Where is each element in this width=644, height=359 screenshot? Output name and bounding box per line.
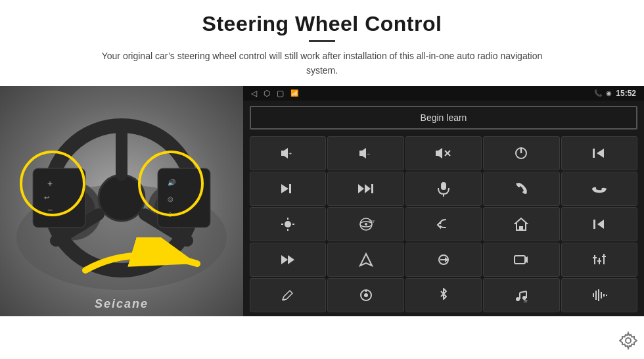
highlight-circle-left <box>20 151 85 216</box>
music-button[interactable]: BT <box>483 278 559 312</box>
svg-point-44 <box>365 223 367 226</box>
head-unit-panel: ◁ ⬡ ▢ 📶 📞 ◉ 15:52 Begin learn <box>243 86 644 316</box>
mic-icon <box>437 181 450 197</box>
svg-text:+: + <box>288 151 292 157</box>
svg-rect-47 <box>519 226 523 230</box>
svg-point-37 <box>285 221 291 227</box>
signal-icon: 📶 <box>290 89 298 97</box>
edit-button[interactable] <box>250 278 326 312</box>
mute-button[interactable] <box>405 136 482 170</box>
waveform-button[interactable] <box>561 278 637 312</box>
phone-hangup-button[interactable] <box>561 172 637 206</box>
subtitle: Your original car’s steering wheel contr… <box>92 49 552 78</box>
svg-marker-52 <box>360 254 372 266</box>
svg-marker-33 <box>365 184 371 193</box>
svg-rect-48 <box>593 220 595 229</box>
phone-status-icon: 📞 <box>594 89 602 97</box>
prev-track-icon <box>591 147 607 159</box>
edit-icon <box>281 288 295 302</box>
home-nav-icon[interactable]: ⬡ <box>264 89 270 98</box>
title-divider <box>309 40 335 42</box>
watermark: Seicane <box>95 297 149 311</box>
switch-button[interactable] <box>405 243 482 277</box>
svg-text:BT: BT <box>524 299 528 302</box>
volume-up-button[interactable]: + <box>250 136 326 170</box>
bluetooth-button[interactable] <box>405 278 482 312</box>
highlight-circle-right <box>138 151 204 216</box>
svg-marker-21 <box>359 148 366 158</box>
waveform-icon <box>591 288 608 302</box>
svg-line-72 <box>520 291 526 293</box>
volume-down-button[interactable]: − <box>327 136 403 170</box>
wifi-icon: ◉ <box>606 89 612 97</box>
bluetooth-icon <box>438 287 449 303</box>
page-title: Steering Wheel Control <box>0 12 644 36</box>
brightness-icon <box>281 217 295 231</box>
status-bar-right: 📞 ◉ 15:52 <box>594 89 636 98</box>
skip-to-start-icon <box>592 218 607 230</box>
volume-up-icon: + <box>280 147 296 160</box>
record-button[interactable] <box>483 243 559 277</box>
back-nav-icon[interactable]: ◁ <box>251 89 257 98</box>
next-track-icon <box>280 183 296 195</box>
car-background: + ↩ − 🔊 ◎ ◇ <box>0 86 243 316</box>
begin-learn-button[interactable]: Begin learn <box>250 106 637 130</box>
volume-down-icon: − <box>358 147 374 160</box>
back-button[interactable] <box>405 207 482 241</box>
power-icon <box>513 145 529 161</box>
skip-forward-icon <box>357 183 375 195</box>
svg-text:360°: 360° <box>369 220 375 224</box>
status-bar-left: ◁ ⬡ ▢ 📶 <box>251 89 298 98</box>
phone-hangup-icon <box>592 181 607 196</box>
record-icon <box>513 253 529 266</box>
time-display: 15:52 <box>616 89 636 98</box>
equalizer-icon <box>592 252 607 267</box>
svg-text:−: − <box>367 151 370 157</box>
yellow-arrow <box>79 237 210 290</box>
car-image-section: + ↩ − 🔊 ◎ ◇ <box>0 86 243 316</box>
svg-marker-49 <box>597 220 604 229</box>
knob-button[interactable] <box>327 278 403 312</box>
page-wrapper: Steering Wheel Control Your original car… <box>0 0 644 359</box>
svg-rect-34 <box>371 184 373 193</box>
mic-button[interactable] <box>405 172 482 206</box>
fast-forward-button[interactable] <box>250 243 326 277</box>
prev-track-button[interactable] <box>561 136 637 170</box>
title-section: Steering Wheel Control Your original car… <box>0 12 644 86</box>
settings-gear-icon[interactable] <box>619 331 637 354</box>
svg-marker-32 <box>358 184 364 193</box>
recents-nav-icon[interactable]: ▢ <box>277 89 284 98</box>
phone-answer-button[interactable] <box>483 172 559 206</box>
home-icon <box>514 217 528 231</box>
svg-point-81 <box>626 338 631 343</box>
svg-marker-29 <box>597 149 604 158</box>
status-bar: ◁ ⬡ ▢ 📶 📞 ◉ 15:52 <box>243 86 644 101</box>
button-grid: + − <box>243 135 644 316</box>
svg-rect-35 <box>441 182 446 190</box>
skip-forward-button[interactable] <box>327 172 403 206</box>
music-icon: BT <box>514 288 528 302</box>
fast-forward-icon <box>280 254 296 266</box>
360-icon: 360° <box>354 217 378 231</box>
page-container: Steering Wheel Control Your original car… <box>0 0 644 359</box>
power-button[interactable] <box>483 136 559 170</box>
svg-rect-31 <box>289 184 291 193</box>
svg-rect-28 <box>593 149 595 158</box>
equalizer-button[interactable] <box>561 243 637 277</box>
navigate-button[interactable] <box>327 243 403 277</box>
skip-to-start-button[interactable] <box>561 207 637 241</box>
mute-icon <box>434 147 453 160</box>
svg-marker-19 <box>281 148 288 158</box>
navigate-icon <box>359 252 373 267</box>
content-row: + ↩ − 🔊 ◎ ◇ <box>0 86 644 316</box>
brightness-button[interactable] <box>250 207 326 241</box>
svg-marker-50 <box>281 255 288 264</box>
360-button[interactable]: 360° <box>327 207 403 241</box>
svg-marker-51 <box>288 255 294 264</box>
svg-rect-56 <box>515 256 525 264</box>
switch-icon <box>436 253 451 266</box>
svg-point-66 <box>364 293 368 297</box>
home-button[interactable] <box>483 207 559 241</box>
svg-marker-23 <box>436 148 442 158</box>
next-track-button[interactable] <box>250 172 326 206</box>
